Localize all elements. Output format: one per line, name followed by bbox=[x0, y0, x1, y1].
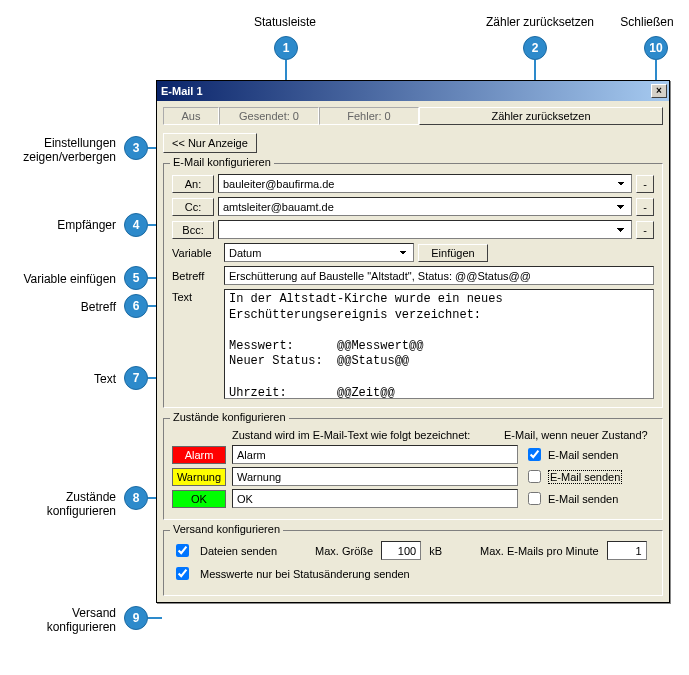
fieldset-versand: Versand konfigurieren Dateien senden Max… bbox=[163, 530, 663, 596]
annot-label-text: Text bbox=[56, 372, 116, 386]
only-on-change-checkbox[interactable] bbox=[176, 567, 189, 580]
send-files-label: Dateien senden bbox=[200, 545, 277, 557]
state-ok-input[interactable] bbox=[232, 489, 518, 508]
status-sent: Gesendet: 0 bbox=[219, 107, 319, 125]
bcc-button[interactable]: Bcc: bbox=[172, 221, 214, 239]
variable-combo[interactable]: Datum bbox=[224, 243, 414, 262]
max-size-input[interactable] bbox=[381, 541, 421, 560]
balloon-8: 8 bbox=[124, 486, 148, 510]
fieldset-states: Zustände konfigurieren Zustand wird im E… bbox=[163, 418, 663, 520]
bcc-remove-button[interactable]: - bbox=[636, 221, 654, 239]
fieldset-email-config: E-Mail konfigurieren An: bauleiter@baufi… bbox=[163, 163, 663, 408]
text-label: Text bbox=[172, 289, 220, 303]
reset-counter-button[interactable]: Zähler zurücksetzen bbox=[419, 107, 663, 125]
balloon-5: 5 bbox=[124, 266, 148, 290]
state-warn-label: Warnung bbox=[172, 468, 226, 486]
legend-email: E-Mail konfigurieren bbox=[170, 156, 274, 168]
annot-label-reset: Zähler zurücksetzen bbox=[480, 15, 600, 29]
subject-label: Betreff bbox=[172, 270, 220, 282]
annot-label-states1: Zustände bbox=[46, 490, 116, 504]
annot-label-versand2: konfigurieren bbox=[36, 620, 116, 634]
state-alarm-send: E-Mail senden bbox=[548, 449, 618, 461]
max-per-min-label: Max. E-Mails pro Minute bbox=[480, 545, 599, 557]
status-aus: Aus bbox=[163, 107, 219, 125]
max-size-label: Max. Größe bbox=[315, 545, 373, 557]
balloon-6: 6 bbox=[124, 294, 148, 318]
state-ok-checkbox[interactable] bbox=[528, 492, 541, 505]
state-alarm-label: Alarm bbox=[172, 446, 226, 464]
annot-label-settings1: Einstellungen bbox=[16, 136, 116, 150]
close-button[interactable]: × bbox=[651, 84, 667, 98]
bcc-combo[interactable] bbox=[218, 220, 632, 239]
state-alarm-checkbox[interactable] bbox=[528, 448, 541, 461]
toggle-view-button[interactable]: << Nur Anzeige bbox=[163, 133, 257, 153]
annot-label-versand1: Versand bbox=[46, 606, 116, 620]
annot-label-var: Variable einfügen bbox=[16, 272, 116, 286]
annot-label-status: Statusleiste bbox=[240, 15, 330, 29]
state-warn-send: E-Mail senden bbox=[548, 470, 622, 484]
variable-label: Variable bbox=[172, 247, 220, 259]
email-dialog: E-Mail 1 × Aus Gesendet: 0 Fehler: 0 Zäh… bbox=[156, 80, 670, 603]
only-on-change-label: Messwerte nur bei Statusänderung senden bbox=[200, 568, 410, 580]
window-title: E-Mail 1 bbox=[161, 85, 651, 97]
state-ok-send: E-Mail senden bbox=[548, 493, 618, 505]
states-header-right: E-Mail, wenn neuer Zustand? bbox=[504, 429, 654, 441]
balloon-9: 9 bbox=[124, 606, 148, 630]
annot-label-recipient: Empfänger bbox=[36, 218, 116, 232]
subject-input[interactable] bbox=[224, 266, 654, 285]
body-textarea[interactable]: In der Altstadt-Kirche wurde ein neues E… bbox=[224, 289, 654, 399]
to-combo[interactable]: bauleiter@baufirma.de bbox=[218, 174, 632, 193]
balloon-1: 1 bbox=[274, 36, 298, 60]
send-files-checkbox[interactable] bbox=[176, 544, 189, 557]
annot-label-states2: konfigurieren bbox=[36, 504, 116, 518]
cc-combo[interactable]: amtsleiter@bauamt.de bbox=[218, 197, 632, 216]
balloon-7: 7 bbox=[124, 366, 148, 390]
balloon-2: 2 bbox=[523, 36, 547, 60]
annot-label-subject: Betreff bbox=[56, 300, 116, 314]
max-per-min-input[interactable] bbox=[607, 541, 647, 560]
titlebar: E-Mail 1 × bbox=[157, 81, 669, 101]
state-alarm-input[interactable] bbox=[232, 445, 518, 464]
legend-states: Zustände konfigurieren bbox=[170, 411, 289, 423]
cc-remove-button[interactable]: - bbox=[636, 198, 654, 216]
balloon-10: 10 bbox=[644, 36, 668, 60]
annot-label-settings2: zeigen/verbergen bbox=[16, 150, 116, 164]
annot-label-close: Schließen bbox=[612, 15, 682, 29]
state-ok-label: OK bbox=[172, 490, 226, 508]
kb-label: kB bbox=[429, 545, 442, 557]
to-remove-button[interactable]: - bbox=[636, 175, 654, 193]
status-errors: Fehler: 0 bbox=[319, 107, 419, 125]
statusbar: Aus Gesendet: 0 Fehler: 0 Zähler zurücks… bbox=[163, 107, 663, 125]
legend-versand: Versand konfigurieren bbox=[170, 523, 283, 535]
state-warn-input[interactable] bbox=[232, 467, 518, 486]
to-button[interactable]: An: bbox=[172, 175, 214, 193]
cc-button[interactable]: Cc: bbox=[172, 198, 214, 216]
balloon-4: 4 bbox=[124, 213, 148, 237]
insert-button[interactable]: Einfügen bbox=[418, 244, 488, 262]
state-warn-checkbox[interactable] bbox=[528, 470, 541, 483]
balloon-3: 3 bbox=[124, 136, 148, 160]
states-header-left: Zustand wird im E-Mail-Text wie folgt be… bbox=[232, 429, 504, 441]
